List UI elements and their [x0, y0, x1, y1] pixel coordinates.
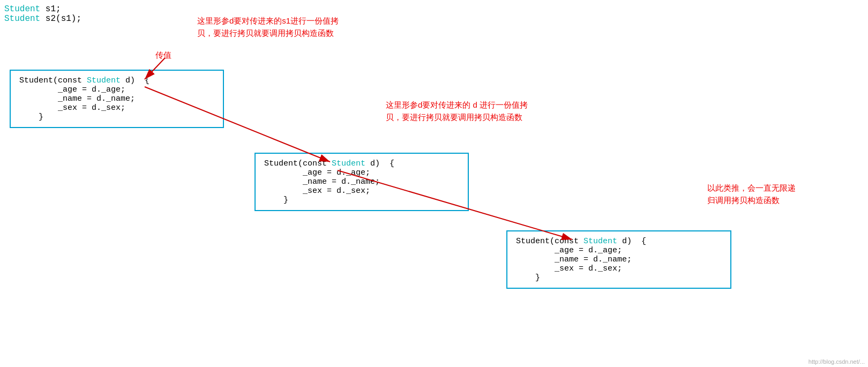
box3-line2: _age = d._age;: [516, 246, 722, 255]
box1-line1: Student(const Student d) {: [19, 76, 214, 85]
box2-line3: _name = d._name;: [264, 177, 459, 186]
box1-line4: _sex = d._sex;: [19, 103, 214, 113]
annotation3: 以此类推，会一直无限递 归调用拷贝构造函数: [707, 182, 796, 206]
top-line1: Student s1;: [4, 4, 81, 14]
top-line2: Student s2(s1);: [4, 14, 81, 24]
box3-line3: _name = d._name;: [516, 255, 722, 264]
box2-line2: _age = d._age;: [264, 168, 459, 177]
watermark: http://blog.csdn.net/...: [809, 358, 865, 365]
box2-line5: }: [264, 196, 459, 205]
annotation2: 这里形参d要对传进来的 d 进行一份值拷 贝，要进行拷贝就要调用拷贝构造函数: [386, 99, 528, 123]
box2-line1: Student(const Student d) {: [264, 159, 459, 168]
box1-line3: _name = d._name;: [19, 94, 214, 103]
box1-line2: _age = d._age;: [19, 85, 214, 94]
box3-line4: _sex = d._sex;: [516, 264, 722, 273]
box3-line5: }: [516, 273, 722, 282]
box1-line5: }: [19, 113, 214, 122]
annotation-chuanzhi: 传值: [155, 49, 171, 62]
annotation1: 这里形参d要对传进来的s1进行一份值拷 贝，要进行拷贝就要调用拷贝构造函数: [197, 15, 339, 39]
code-box-2: Student(const Student d) { _age = d._age…: [255, 153, 469, 211]
box2-line4: _sex = d._sex;: [264, 186, 459, 196]
box3-line1: Student(const Student d) {: [516, 237, 722, 246]
code-box-3: Student(const Student d) { _age = d._age…: [506, 230, 731, 289]
top-code: Student s1; Student s2(s1);: [4, 4, 81, 24]
code-box-1: Student(const Student d) { _age = d._age…: [10, 70, 224, 128]
